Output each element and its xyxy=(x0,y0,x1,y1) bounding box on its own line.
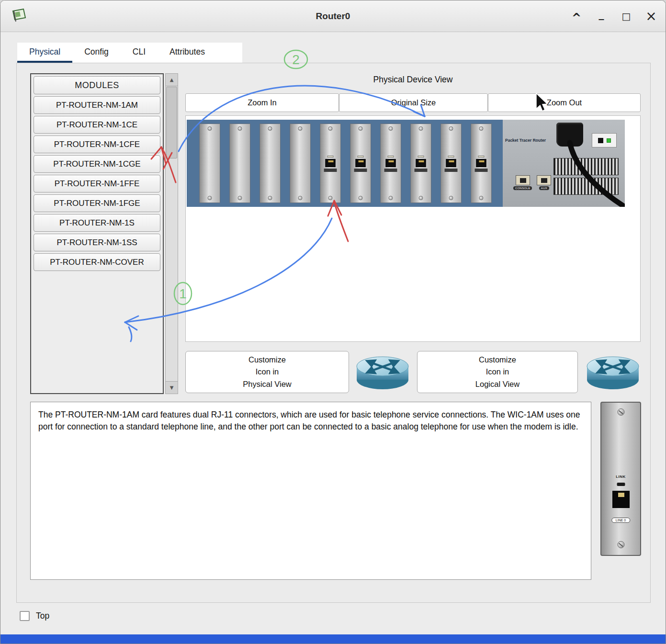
top-checkbox-label: Top xyxy=(36,611,49,621)
device-view-canvas[interactable]: Packet Tracer Router CONSOLE AUX xyxy=(185,115,641,342)
screw-icon xyxy=(617,541,624,548)
maximize-icon[interactable]: □ xyxy=(620,11,633,21)
screw-icon xyxy=(238,196,242,200)
modules-panel: MODULES PT-ROUTER-NM-1AMPT-ROUTER-NM-1CE… xyxy=(30,73,164,394)
router-module-slot[interactable] xyxy=(410,124,431,203)
module-item[interactable]: PT-ROUTER-NM-1SS xyxy=(34,234,160,251)
ethernet-port-icon xyxy=(446,159,456,167)
router-module-slot[interactable] xyxy=(199,124,220,203)
checkbox-box[interactable] xyxy=(20,611,30,621)
link-led-icon xyxy=(448,156,454,158)
router-module-slot[interactable] xyxy=(380,124,401,203)
scrollbar-thumb[interactable] xyxy=(166,87,177,158)
screw-icon xyxy=(419,196,423,200)
window-controls: ^ _ □ × xyxy=(570,0,658,32)
link-led-icon xyxy=(388,156,394,158)
module-description: The PT-ROUTER-NM-1AM card features dual … xyxy=(30,402,591,580)
top-checkbox[interactable]: Top xyxy=(20,611,49,621)
router-module-slot[interactable] xyxy=(471,124,492,203)
modules-header: MODULES xyxy=(34,76,160,94)
router-module-slot[interactable] xyxy=(440,124,462,203)
router-device-icon xyxy=(585,351,641,393)
module-item[interactable]: PT-ROUTER-NM-1CGE xyxy=(34,155,160,173)
link-label: LINK xyxy=(601,475,640,479)
screw-icon xyxy=(449,126,453,131)
tab-config[interactable]: Config xyxy=(72,43,121,63)
ethernet-port-icon xyxy=(416,159,426,167)
router-module-slot[interactable] xyxy=(320,124,341,203)
title-bar: Router0 ^ _ □ × xyxy=(0,0,666,32)
collapse-icon[interactable]: ^ xyxy=(570,12,583,23)
link-led-icon xyxy=(617,483,625,486)
ethernet-port-icon xyxy=(476,159,486,167)
link-led-icon xyxy=(418,156,424,158)
screw-icon xyxy=(208,126,212,131)
ethernet-port-icon xyxy=(386,159,396,167)
module-port xyxy=(415,156,428,172)
module-item[interactable]: PT-ROUTER-NM-1CE xyxy=(34,116,160,134)
module-preview-card[interactable]: LINK LINE 0 xyxy=(600,402,641,556)
original-size-button[interactable]: Original Size xyxy=(339,93,488,112)
customize-physical-icon-button[interactable]: Customize Icon in Physical View xyxy=(185,351,349,393)
screw-icon xyxy=(298,126,303,131)
power-cable-icon xyxy=(503,120,625,207)
router-module-slot[interactable] xyxy=(290,124,311,203)
port-label-strip xyxy=(475,169,488,172)
window-title: Router0 xyxy=(0,0,666,32)
module-item[interactable]: PT-ROUTER-NM-1S xyxy=(34,214,160,232)
tab-attributes[interactable]: Attributes xyxy=(158,43,217,63)
module-port xyxy=(324,156,337,172)
port-label-strip xyxy=(415,169,428,172)
port-label-strip xyxy=(354,169,367,172)
router-module-slot[interactable] xyxy=(229,124,250,203)
screw-icon xyxy=(419,126,423,131)
screw-icon xyxy=(268,196,272,200)
module-port xyxy=(445,156,458,172)
screw-icon xyxy=(479,126,484,131)
screw-icon xyxy=(359,196,363,200)
customize-logical-icon-button[interactable]: Customize Icon in Logical View xyxy=(417,351,578,393)
screw-icon xyxy=(389,126,393,131)
modules-scrollbar[interactable]: ▲ ▼ xyxy=(165,73,178,394)
module-item[interactable]: PT-ROUTER-NM-1FGE xyxy=(34,194,160,212)
router0-window: Router0 ^ _ □ × Physical Config CLI Attr… xyxy=(0,0,666,644)
link-led-icon xyxy=(478,156,485,158)
tab-physical-label: Physical xyxy=(29,47,60,57)
tab-bar: Physical Config CLI Attributes xyxy=(17,43,242,63)
module-item[interactable]: PT-ROUTER-NM-1CFE xyxy=(34,136,160,153)
screw-icon xyxy=(238,126,242,131)
tab-physical[interactable]: Physical xyxy=(17,43,72,63)
screw-icon xyxy=(268,126,272,131)
screw-icon xyxy=(449,196,453,200)
physical-device-view-title: Physical Device View xyxy=(185,75,641,85)
screw-icon xyxy=(298,196,303,200)
scroll-up-icon[interactable]: ▲ xyxy=(166,74,178,86)
rj11-port-icon xyxy=(612,491,630,508)
scroll-down-icon[interactable]: ▼ xyxy=(166,381,178,394)
chassis-slots xyxy=(187,120,503,207)
screw-icon xyxy=(479,196,484,200)
screw-icon xyxy=(389,196,393,200)
router-module-slot[interactable] xyxy=(260,124,281,203)
bottom-accent-bar xyxy=(0,634,666,644)
router-chassis: Packet Tracer Router CONSOLE AUX xyxy=(187,120,625,207)
tab-cli[interactable]: CLI xyxy=(121,43,158,63)
zoom-in-button[interactable]: Zoom In xyxy=(185,93,339,112)
module-port xyxy=(384,156,397,172)
screw-icon xyxy=(328,126,333,131)
close-icon[interactable]: × xyxy=(644,10,658,23)
module-item[interactable]: PT-ROUTER-NM-1FFE xyxy=(34,175,160,192)
port-label-strip xyxy=(445,169,458,172)
module-item[interactable]: PT-ROUTER-NM-COVER xyxy=(34,253,160,271)
module-item[interactable]: PT-ROUTER-NM-1AM xyxy=(34,96,160,114)
line0-label: LINE 0 xyxy=(611,518,630,523)
tab-cli-label: CLI xyxy=(133,47,146,57)
link-led-icon xyxy=(327,156,334,158)
port-label-strip xyxy=(324,169,337,172)
router-module-slot[interactable] xyxy=(350,124,371,203)
module-port xyxy=(475,156,488,172)
modules-list: PT-ROUTER-NM-1AMPT-ROUTER-NM-1CEPT-ROUTE… xyxy=(34,96,160,271)
zoom-out-button[interactable]: Zoom Out xyxy=(488,93,641,112)
minimize-icon[interactable]: _ xyxy=(595,9,608,20)
screw-icon xyxy=(208,196,212,200)
